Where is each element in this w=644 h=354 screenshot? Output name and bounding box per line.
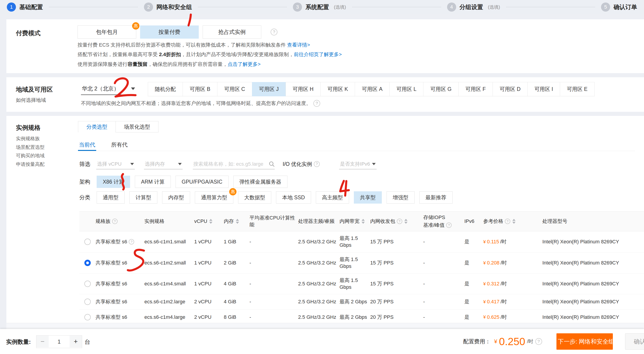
how-to-choose-region-link[interactable]: 如何选择地域: [16, 97, 46, 104]
cat-general[interactable]: 通用型: [97, 191, 124, 204]
zone-i[interactable]: 可用区 I: [527, 82, 560, 96]
cat-universal[interactable]: 通用算力型 惠: [195, 191, 233, 204]
cat-shared[interactable]: 共享型: [354, 191, 382, 204]
filter-row: 筛选 选择 vCPU 选择内存 I/O 优化实例 ? 是否支: [79, 159, 376, 169]
row-radio[interactable]: [84, 281, 91, 287]
arch-baremetal[interactable]: 弹性裸金属服务器: [233, 176, 288, 188]
arch-arm[interactable]: ARM 计算: [135, 176, 171, 188]
ipv6-select[interactable]: 是否支持IPv6: [339, 159, 376, 169]
step-confirm-order: 5 确认订单: [601, 2, 637, 11]
pay-option-spot-instance[interactable]: 抢占式实例: [202, 25, 261, 39]
side-link-purchasable-regions[interactable]: 可购买的地域: [16, 152, 44, 159]
iops-help-icon[interactable]: ?: [446, 222, 452, 228]
sort-icon[interactable]: [512, 219, 516, 224]
cat-enhanced[interactable]: 增强型: [386, 191, 414, 204]
cat-latest[interactable]: 最新推荐: [419, 191, 452, 204]
arch-gpu-fpga-asic[interactable]: GPU/FPGA/ASIC: [176, 176, 228, 188]
header-cpu-model: 处理器型号: [542, 218, 644, 225]
side-link-scenario-config[interactable]: 场景配置选型: [16, 144, 44, 150]
chevron-down-icon: [372, 163, 376, 165]
region-section-label: 地域及可用区: [16, 85, 53, 94]
table-row[interactable]: 共享标准型 s6? ecs.s6-c1m1.small 1 vCPU 1 GiB…: [79, 231, 644, 252]
side-link-spec-families[interactable]: 实例规格族: [16, 135, 40, 142]
chevron-down-icon: [130, 163, 134, 165]
zone-k[interactable]: 可用区 K: [320, 82, 355, 96]
price-help-icon[interactable]: ?: [505, 219, 510, 224]
savings-plan-link[interactable]: 前往介绍页了解更多>: [294, 51, 342, 57]
zone-l[interactable]: 可用区 L: [389, 82, 424, 96]
header-spec: 实例规格: [144, 218, 194, 225]
spec-search-input[interactable]: [193, 161, 269, 167]
tab-all-generations[interactable]: 所有代: [110, 139, 128, 151]
header-bandwidth: 内网带宽: [340, 218, 370, 225]
zone-a[interactable]: 可用区 A: [355, 82, 390, 96]
quantity-unit: 台: [84, 338, 90, 346]
vcpu-select[interactable]: 选择 vCPU: [96, 159, 135, 169]
step-number-badge: 2: [144, 2, 153, 11]
memory-select[interactable]: 选择内存: [144, 159, 182, 169]
zone-c[interactable]: 可用区 C: [217, 82, 252, 96]
step-connector: [198, 7, 287, 7]
confirm-order-button[interactable]: 确认订单: [625, 333, 644, 350]
io-help-icon[interactable]: ?: [314, 161, 320, 167]
row-radio[interactable]: [84, 314, 91, 320]
spec-table: 规格族? 实例规格 vCPU 内存 平均基准CPU计算性能 处理器主频/睿频 内…: [79, 211, 644, 325]
cat-compute[interactable]: 计算型: [130, 191, 157, 204]
table-row[interactable]: 共享标准型 s6 ecs.s6-c1m4.small 1 vCPU 4 GiB …: [79, 274, 644, 294]
step-grouping: 4 分组设置 (选填): [447, 2, 500, 11]
table-row[interactable]: 共享标准型 s6 ecs.s6-c1m4.large 2 vCPU 8 GiB …: [79, 310, 644, 325]
zone-j[interactable]: 可用区 J: [252, 82, 286, 96]
tab-scenario-selection[interactable]: 场景化选型: [116, 121, 158, 132]
payment-help-icon[interactable]: ?: [270, 29, 278, 35]
spec-search: [193, 159, 275, 169]
family-help-icon[interactable]: ?: [112, 219, 118, 224]
cat-bigdata[interactable]: 大数据型: [238, 191, 271, 204]
quantity-minus-button[interactable]: −: [36, 336, 49, 348]
pay-option-pay-as-you-go[interactable]: 按量付费: [140, 25, 199, 39]
pay-option-subscription[interactable]: 包年包月 惠: [78, 25, 136, 39]
capacity-reservation-link[interactable]: 点击了解更多>: [228, 61, 260, 67]
desc-bold: 容量预留: [128, 61, 148, 67]
tab-current-generation[interactable]: 当前代: [78, 139, 96, 151]
row-radio-checked[interactable]: [84, 260, 91, 266]
zone-h[interactable]: 可用区 H: [286, 82, 321, 96]
zone-b[interactable]: 可用区 B: [182, 82, 218, 96]
table-row[interactable]: 共享标准型 s6 ecs.s6-c1m2.large 2 vCPU 4 GiB …: [79, 294, 644, 310]
row-radio[interactable]: [84, 299, 91, 305]
table-row-selected[interactable]: 共享标准型 s6 ecs.s6-c1m2.small 1 vCPU 2 GiB …: [79, 252, 644, 274]
quantity-plus-button[interactable]: +: [70, 336, 82, 348]
side-link-quota-increase[interactable]: 申请按量高配: [16, 161, 44, 167]
zone-d[interactable]: 可用区 D: [492, 82, 528, 96]
sort-icon[interactable]: [209, 219, 212, 224]
next-step-button[interactable]: 下一步: 网络和安全组: [556, 333, 613, 350]
arch-x86[interactable]: X86 计算: [97, 176, 130, 188]
fee-unit: /时: [527, 338, 533, 345]
spec-section-label: 实例规格: [16, 124, 40, 132]
search-icon[interactable]: [269, 161, 275, 167]
view-details-link[interactable]: 查看详情>: [287, 42, 310, 48]
zone-e[interactable]: 可用区 E: [560, 82, 595, 96]
cat-memory[interactable]: 内存型: [162, 191, 190, 204]
fee-help-icon[interactable]: ?: [535, 338, 542, 345]
fee-value: 0.250: [499, 335, 525, 348]
sort-icon[interactable]: [404, 219, 408, 224]
region-select[interactable]: 华北 2（北京）: [81, 83, 136, 95]
zone-f[interactable]: 可用区 F: [458, 82, 493, 96]
sort-icon[interactable]: [362, 219, 365, 224]
desc-text: ，且计划内产品不受地域/升降配/变更规格族限制，: [181, 51, 294, 57]
region-note: 不同地域的实例之间内网互不相通；选择靠近您客户的地域，可降低网络时延、提高您客户…: [81, 100, 320, 107]
cat-high-clock[interactable]: 高主频型: [316, 191, 349, 204]
row-radio[interactable]: [84, 239, 91, 245]
sort-icon[interactable]: [236, 219, 239, 224]
pps-help-icon[interactable]: ?: [397, 219, 402, 224]
fee-label: 配置费用：: [463, 338, 490, 345]
family-help-icon[interactable]: ?: [129, 239, 134, 245]
quantity-label: 实例数量:: [6, 338, 31, 346]
region-help-icon[interactable]: ?: [313, 100, 320, 107]
tab-category-selection[interactable]: 分类选型: [78, 121, 116, 132]
zone-g[interactable]: 可用区 G: [423, 82, 458, 96]
zone-random[interactable]: 随机分配: [148, 82, 183, 96]
quantity-input[interactable]: [49, 336, 70, 348]
fee-currency: ¥: [494, 338, 497, 345]
cat-local-ssd[interactable]: 本地 SSD: [276, 191, 311, 204]
